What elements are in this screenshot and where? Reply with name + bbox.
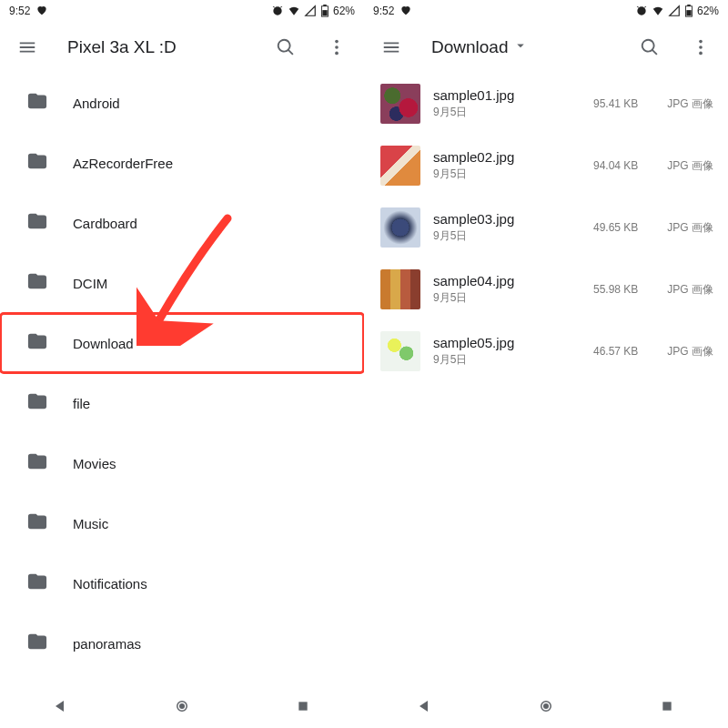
folder-label: Android [73,96,120,111]
folder-row[interactable]: Pictures [0,673,364,684]
search-button[interactable] [268,29,304,66]
folder-row[interactable]: DCIM [0,253,364,313]
svg-rect-8 [299,702,308,710]
file-thumbnail [380,331,420,371]
app-bar: Pixel 3a XL :D [0,22,364,73]
file-size: 55.98 KB [593,283,650,296]
nav-back[interactable] [398,698,452,714]
file-type: JPG 画像 [662,96,713,112]
file-name: sample03.jpg [433,211,581,227]
nav-back[interactable] [34,698,88,714]
folder-label: Download [73,336,134,351]
svg-rect-1 [323,5,327,6]
folder-row[interactable]: file [0,373,364,433]
file-info: sample02.jpg9月5日 [433,149,581,182]
folder-icon [27,511,47,535]
folder-list: AndroidAzRecorderFreeCardboardDCIMDownlo… [0,73,364,684]
file-type: JPG 画像 [662,282,713,298]
menu-button[interactable] [9,29,46,66]
file-size: 46.57 KB [593,345,650,358]
file-info: sample01.jpg9月5日 [433,87,581,120]
status-bar: 9:52 62% [364,0,728,22]
svg-rect-11 [686,10,691,15]
battery-icon [320,5,329,17]
battery-pct: 62% [333,5,355,17]
folder-label: panoramas [73,636,141,652]
status-time: 9:52 [373,5,394,17]
nav-recent[interactable] [276,699,330,713]
folder-icon [27,632,47,655]
file-info: sample03.jpg9月5日 [433,211,581,244]
file-size: 95.41 KB [593,97,650,110]
page-title[interactable]: Download [431,37,529,58]
file-info: sample05.jpg9月5日 [433,335,581,368]
nav-bar [0,684,364,728]
nav-home[interactable] [155,698,209,714]
chevron-down-icon [512,37,529,58]
nav-recent[interactable] [640,699,694,713]
file-size: 94.04 KB [593,159,650,172]
folder-icon [27,571,47,595]
svg-point-13 [699,46,703,49]
file-date: 9月5日 [433,105,581,120]
file-name: sample04.jpg [433,273,581,288]
folder-icon [27,91,47,115]
file-row[interactable]: sample03.jpg9月5日49.65 KBJPG 画像 [364,197,728,258]
heart-icon [35,4,48,19]
file-row[interactable]: sample01.jpg9月5日95.41 KBJPG 画像 [364,73,728,135]
file-name: sample05.jpg [433,335,581,350]
file-type: JPG 画像 [662,158,713,174]
file-row[interactable]: sample02.jpg9月5日94.04 KBJPG 画像 [364,135,728,197]
file-size: 49.65 KB [593,221,650,234]
page-title-text: Download [431,37,509,57]
app-bar: Download [364,22,728,73]
file-date: 9月5日 [433,352,581,368]
file-row[interactable]: sample05.jpg9月5日46.57 KBJPG 画像 [364,320,728,382]
file-name: sample02.jpg [433,149,581,165]
folder-label: file [73,396,90,411]
status-time: 9:52 [9,5,30,17]
folder-label: Movies [73,456,116,471]
menu-button[interactable] [373,29,410,66]
file-date: 9月5日 [433,290,581,306]
folder-label: Notifications [73,576,147,592]
search-button[interactable] [632,29,668,66]
screen-files: 9:52 62% Download [364,0,728,728]
folder-row[interactable]: Music [0,493,364,553]
file-row[interactable]: sample04.jpg9月5日55.98 KBJPG 画像 [364,258,728,320]
svg-point-7 [179,703,185,709]
folder-row[interactable]: Cardboard [0,193,364,253]
nav-home[interactable] [519,698,573,714]
folder-row[interactable]: Notifications [0,553,364,613]
alarm-icon [635,5,648,17]
folder-row[interactable]: AzRecorderFree [0,133,364,193]
nav-bar [364,684,728,728]
svg-point-5 [335,52,339,56]
folder-icon [27,451,47,475]
folder-row[interactable]: Movies [0,433,364,493]
more-button[interactable] [318,29,355,66]
screen-folders: 9:52 62% Pixel 3a XL :D [0,0,364,728]
svg-rect-17 [663,702,672,710]
folder-row[interactable]: Download [0,313,364,373]
file-type: JPG 画像 [662,344,713,359]
wifi-icon [652,5,664,17]
file-thumbnail [380,84,420,124]
status-bar: 9:52 62% [0,0,364,22]
folder-icon [27,151,47,175]
svg-point-4 [335,46,339,49]
wifi-icon [288,5,300,17]
folder-icon [27,331,47,355]
file-info: sample04.jpg9月5日 [433,273,581,306]
battery-icon [684,5,693,17]
svg-rect-10 [687,5,691,6]
svg-rect-2 [322,10,327,15]
folder-row[interactable]: Android [0,73,364,133]
folder-icon [27,211,47,235]
battery-pct: 62% [697,5,719,17]
more-button[interactable] [682,29,719,66]
file-type: JPG 画像 [662,220,713,236]
folder-row[interactable]: panoramas [0,613,364,673]
file-thumbnail [380,146,420,186]
folder-label: DCIM [73,276,107,291]
